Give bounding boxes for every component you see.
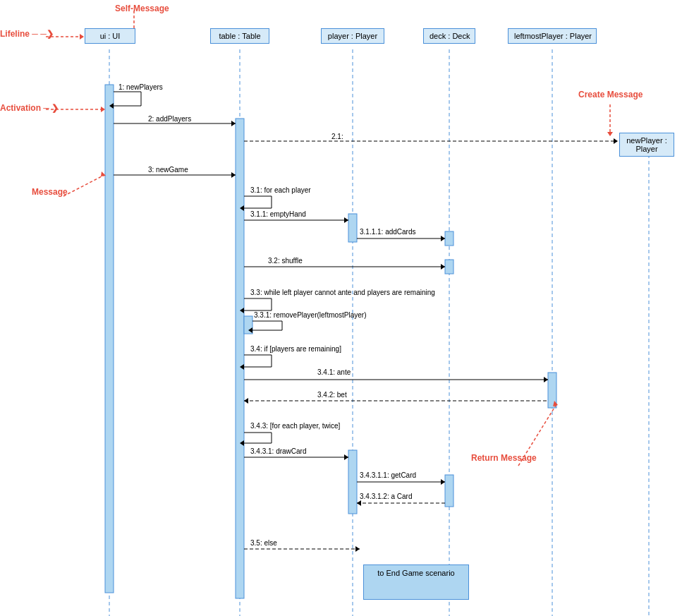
svg-line-51 [63, 175, 104, 196]
svg-rect-12 [348, 450, 357, 514]
svg-marker-48 [80, 34, 84, 40]
svg-marker-44 [355, 546, 360, 552]
svg-marker-29 [240, 308, 244, 313]
svg-rect-14 [244, 316, 252, 334]
msg-34: 3.4: if [players are remaining] [250, 345, 341, 353]
svg-marker-52 [101, 171, 106, 176]
msg-343: 3.4.3: [for each player, twice] [250, 422, 340, 430]
svg-marker-21 [231, 172, 236, 178]
svg-marker-19 [614, 138, 618, 144]
lifeline-player: player : Player [321, 28, 384, 44]
msg-34311: 3.4.3.1.1: getCard [360, 471, 416, 479]
annotation-activation: Activation ─ ❯ [0, 103, 59, 113]
svg-marker-22 [240, 205, 244, 211]
svg-marker-42 [357, 500, 361, 506]
msg-3111: 3.1.1.1: addCards [360, 228, 416, 236]
annotation-self-message: Self-Message [115, 4, 169, 13]
svg-rect-11 [548, 373, 556, 408]
lifeline-table: table : Table [210, 28, 269, 44]
svg-marker-36 [240, 440, 244, 446]
annotation-message: Message [32, 187, 68, 197]
svg-marker-40 [441, 479, 445, 485]
svg-marker-33 [544, 377, 548, 382]
lifeline-newplayer: newPlayer :Player [619, 133, 674, 157]
svg-marker-54 [607, 132, 613, 136]
msg-31: 3.1: for each player [250, 186, 311, 194]
svg-marker-28 [441, 264, 445, 270]
msg-3431: 3.4.3.1: drawCard [250, 447, 307, 455]
annotation-create: Create Message [578, 90, 643, 99]
svg-rect-9 [445, 231, 453, 246]
lifeline-ui: ui : UI [85, 28, 135, 44]
svg-rect-8 [348, 214, 357, 242]
msg-2: 2: addPlayers [148, 115, 191, 123]
annotation-lifeline: Lifeline ─ ─❯ [0, 29, 54, 39]
msg-311: 3.1.1: emptyHand [250, 210, 306, 218]
msg-331: 3.3.1: removePlayer(leftmostPlayer) [254, 311, 367, 319]
msg-34312: 3.4.3.1.2: a Card [360, 493, 413, 500]
svg-marker-38 [344, 454, 348, 460]
svg-marker-31 [240, 364, 244, 370]
annotation-return: Return Message [471, 453, 537, 463]
svg-marker-17 [231, 121, 236, 126]
svg-marker-56 [553, 401, 558, 406]
msg-21: 2.1: [331, 133, 343, 140]
lifeline-leftmost: leftmostPlayer : Player [508, 28, 597, 44]
msg-33: 3.3: while left player cannot ante and p… [250, 289, 435, 296]
svg-rect-13 [445, 475, 453, 507]
msg-32: 3.2: shuffle [268, 257, 303, 265]
msg-35: 3.5: else [250, 539, 277, 547]
svg-marker-15 [109, 103, 114, 109]
ref-endgame: to End Game scenario [363, 564, 469, 600]
lifeline-deck: deck : Deck [423, 28, 475, 44]
diagram-container: ui : UI table : Table player : Player de… [0, 0, 682, 616]
svg-marker-30 [248, 327, 252, 333]
svg-marker-24 [344, 217, 348, 223]
msg-342: 3.4.2: bet [317, 391, 347, 399]
msg-1: 1: newPlayers [118, 83, 163, 91]
msg-341: 3.4.1: ante [317, 368, 351, 376]
svg-marker-35 [244, 398, 248, 404]
svg-rect-6 [105, 85, 114, 593]
svg-rect-7 [236, 119, 244, 598]
svg-rect-10 [445, 260, 453, 274]
svg-marker-26 [441, 236, 445, 241]
svg-marker-50 [101, 107, 105, 112]
msg-3: 3: newGame [148, 166, 188, 174]
